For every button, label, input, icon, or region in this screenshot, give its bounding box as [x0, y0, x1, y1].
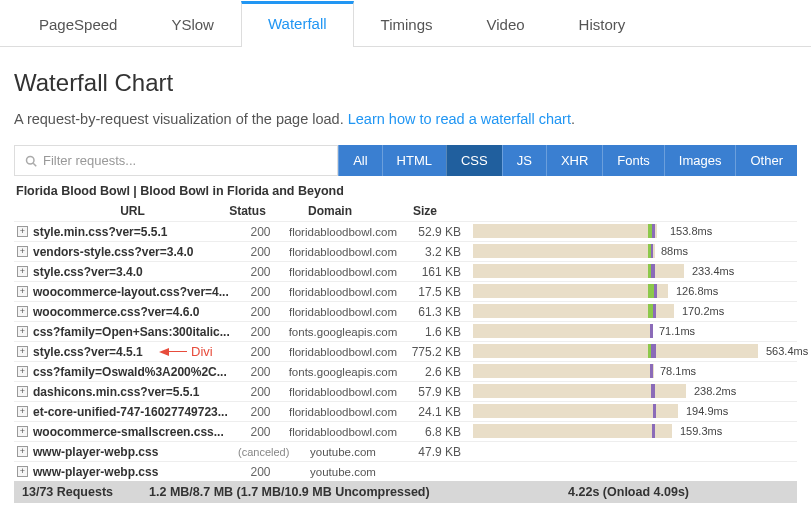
filter-xhr[interactable]: XHR: [546, 145, 602, 176]
expand-icon[interactable]: +: [17, 446, 28, 457]
cell-domain: floridabloodbowl.com: [283, 426, 403, 438]
summary-footer: 13/73 Requests 1.2 MB/8.7 MB (1.7 MB/10.…: [14, 481, 797, 503]
cell-status: 200: [238, 465, 283, 479]
svg-line-1: [33, 163, 36, 166]
table-row[interactable]: +css?family=Open+Sans:300italic...200fon…: [14, 321, 797, 341]
table-row[interactable]: +style.css?ver=4.5.1200floridabloodbowl.…: [14, 341, 797, 361]
cell-size: 775.2 KB: [403, 345, 473, 359]
timing-label: 563.4ms: [766, 345, 808, 357]
waterfall-cell: 238.2ms: [473, 384, 797, 400]
filter-fonts[interactable]: Fonts: [602, 145, 664, 176]
page-title-row: Florida Blood Bowl | Blood Bowl in Flori…: [0, 180, 811, 202]
cell-url: dashicons.min.css?ver=5.5.1: [33, 385, 238, 399]
expand-icon[interactable]: +: [17, 306, 28, 317]
table-row[interactable]: +woocommerce-layout.css?ver=4...200flori…: [14, 281, 797, 301]
cell-status: 200: [238, 325, 283, 339]
main-tabs: PageSpeedYSlowWaterfallTimingsVideoHisto…: [0, 0, 811, 47]
filter-css[interactable]: CSS: [446, 145, 502, 176]
expand-icon[interactable]: +: [17, 386, 28, 397]
expand-icon[interactable]: +: [17, 466, 28, 477]
cell-domain: floridabloodbowl.com: [283, 306, 403, 318]
tab-pagespeed[interactable]: PageSpeed: [12, 1, 144, 47]
tab-yslow[interactable]: YSlow: [144, 1, 241, 47]
cell-size: 61.3 KB: [403, 305, 473, 319]
cell-size: 161 KB: [403, 265, 473, 279]
tab-video[interactable]: Video: [460, 1, 552, 47]
filter-images[interactable]: Images: [664, 145, 736, 176]
table-row[interactable]: +css?family=Oswald%3A200%2C...200fonts.g…: [14, 361, 797, 381]
tab-timings[interactable]: Timings: [354, 1, 460, 47]
filter-requests-input[interactable]: Filter requests...: [14, 145, 338, 176]
header-status[interactable]: Status: [225, 204, 270, 218]
cell-status: 200: [238, 265, 283, 279]
cell-domain: fonts.googleapis.com: [283, 326, 403, 338]
cell-size: 2.6 KB: [403, 365, 473, 379]
cell-size: 17.5 KB: [403, 285, 473, 299]
expand-icon[interactable]: +: [17, 326, 28, 337]
cell-url: vendors-style.css?ver=3.4.0: [33, 245, 238, 259]
cell-url: et-core-unified-747-16027749723...: [33, 405, 238, 419]
filter-js[interactable]: JS: [502, 145, 546, 176]
cell-domain: floridabloodbowl.com: [283, 346, 403, 358]
table-row[interactable]: +et-core-unified-747-16027749723...200fl…: [14, 401, 797, 421]
cell-status: 200: [238, 345, 283, 359]
filter-buttons: AllHTMLCSSJSXHRFontsImagesOther: [338, 145, 797, 176]
filter-html[interactable]: HTML: [382, 145, 446, 176]
waterfall-cell: 153.8ms: [473, 224, 797, 240]
table-row[interactable]: +www-player-webp.css200youtube.com: [14, 461, 797, 481]
annotation-divi: Divi: [159, 344, 213, 359]
footer-time: 4.22s (Onload 4.09s): [568, 485, 689, 499]
expand-icon[interactable]: +: [17, 286, 28, 297]
cell-size: 57.9 KB: [403, 385, 473, 399]
table-row[interactable]: +style.css?ver=3.4.0200floridabloodbowl.…: [14, 261, 797, 281]
cell-status: 200: [238, 425, 283, 439]
expand-icon[interactable]: +: [17, 366, 28, 377]
tab-history[interactable]: History: [552, 1, 653, 47]
cell-size: 52.9 KB: [403, 225, 473, 239]
learn-link[interactable]: Learn how to read a waterfall chart: [348, 111, 571, 127]
page-heading: Waterfall Chart: [14, 69, 797, 97]
expand-icon[interactable]: +: [17, 266, 28, 277]
table-row[interactable]: +vendors-style.css?ver=3.4.0200floridabl…: [14, 241, 797, 261]
waterfall-cell: 563.4ms: [473, 344, 797, 360]
cell-domain: floridabloodbowl.com: [283, 246, 403, 258]
cell-url: css?family=Open+Sans:300italic...: [33, 325, 238, 339]
expand-icon[interactable]: +: [17, 226, 28, 237]
table-row[interactable]: +dashicons.min.css?ver=5.5.1200floridabl…: [14, 381, 797, 401]
cell-size: 6.8 KB: [403, 425, 473, 439]
table-row[interactable]: +style.min.css?ver=5.5.1200floridabloodb…: [14, 221, 797, 241]
cell-domain: youtube.com: [283, 466, 403, 478]
timing-label: 126.8ms: [676, 285, 718, 297]
header-size[interactable]: Size: [390, 204, 460, 218]
table-row[interactable]: +www-player-webp.css(canceled)youtube.co…: [14, 441, 797, 461]
cell-size: 1.6 KB: [403, 325, 473, 339]
cell-status: 200: [238, 285, 283, 299]
waterfall-cell: 71.1ms: [473, 324, 797, 340]
waterfall-cell: 233.4ms: [473, 264, 797, 280]
filter-other[interactable]: Other: [735, 145, 797, 176]
cell-status: 200: [238, 225, 283, 239]
expand-icon[interactable]: +: [17, 406, 28, 417]
cell-domain: floridabloodbowl.com: [283, 386, 403, 398]
filter-all[interactable]: All: [338, 145, 381, 176]
cell-status: (canceled): [238, 446, 283, 458]
search-icon: [25, 155, 37, 167]
expand-icon[interactable]: +: [17, 346, 28, 357]
table-row[interactable]: +woocommerce.css?ver=4.6.0200floridabloo…: [14, 301, 797, 321]
waterfall-cell: 159.3ms: [473, 424, 797, 440]
expand-icon[interactable]: +: [17, 426, 28, 437]
waterfall-cell: [473, 444, 797, 460]
expand-icon[interactable]: +: [17, 246, 28, 257]
tab-waterfall[interactable]: Waterfall: [241, 1, 354, 47]
cell-status: 200: [238, 245, 283, 259]
timing-label: 71.1ms: [659, 325, 695, 337]
table-headers: URL Status Domain Size: [0, 202, 811, 221]
header-url[interactable]: URL: [40, 204, 225, 218]
table-row[interactable]: +woocommerce-smallscreen.css...200florid…: [14, 421, 797, 441]
subtitle-text: A request-by-request visualization of th…: [14, 111, 348, 127]
filter-placeholder: Filter requests...: [43, 153, 136, 168]
timing-label: 170.2ms: [682, 305, 724, 317]
cell-url: www-player-webp.css: [33, 465, 238, 479]
svg-point-0: [27, 156, 35, 164]
header-domain[interactable]: Domain: [270, 204, 390, 218]
